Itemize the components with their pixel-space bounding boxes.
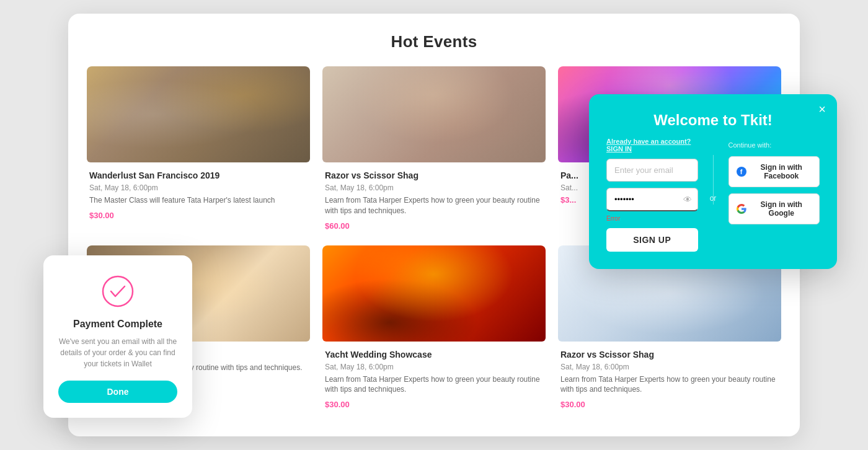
- signin-modal: × Welcome to Tkit! Already have an accou…: [589, 94, 837, 269]
- check-icon: [100, 274, 135, 309]
- google-button-label: Sign in with Google: [751, 200, 812, 218]
- signin-have-account: Already have an account? SIGN IN: [606, 138, 698, 152]
- payment-description: We've sent you an email with all the det…: [58, 336, 177, 369]
- signup-button[interactable]: SIGN UP: [606, 228, 698, 252]
- event-title-1: Wanderlust San Francisco 2019: [89, 170, 308, 181]
- event-card-5[interactable]: Yacht Wedding Showcase Sat, May 18, 6:00…: [322, 245, 546, 412]
- event-card-body-6: Razor vs Scissor Shag Sat, May 18, 6:00p…: [558, 342, 781, 412]
- signin-error: Error: [606, 215, 698, 222]
- event-card-2[interactable]: Razor vs Scissor Shag Sat, May 18, 6:00p…: [322, 66, 546, 233]
- or-text: or: [710, 194, 717, 203]
- payment-title: Payment Complete: [58, 319, 177, 330]
- eye-icon[interactable]: 👁: [683, 195, 692, 205]
- event-image-2: [322, 66, 546, 162]
- event-image-5: [322, 245, 546, 342]
- signin-body: Already have an account? SIGN IN 👁 Error…: [606, 138, 820, 252]
- facebook-icon: f: [737, 167, 746, 177]
- event-title-2: Razor vs Scissor Shag: [325, 170, 543, 181]
- signin-title: Welcome to Tkit!: [606, 112, 820, 129]
- event-desc-6: Learn from Tata Harper Experts how to gr…: [560, 374, 779, 395]
- event-card-body-5: Yacht Wedding Showcase Sat, May 18, 6:00…: [322, 342, 546, 412]
- event-price-1: $30.00: [89, 211, 308, 220]
- facebook-button-label: Sign in with Facebook: [751, 163, 812, 180]
- event-desc-2: Learn from Tata Harper Experts how to gr…: [325, 195, 543, 216]
- google-signin-button[interactable]: Sign in with Google: [728, 193, 820, 224]
- page-title: Hot Events: [87, 32, 781, 51]
- or-divider: or: [708, 138, 719, 205]
- event-desc-1: The Master Class will feature Tata Harpe…: [89, 195, 308, 206]
- facebook-signin-button[interactable]: f Sign in with Facebook: [728, 156, 820, 187]
- event-date-2: Sat, May 18, 6:00pm: [325, 183, 543, 192]
- event-date-1: Sat, May 18, 6:00pm: [89, 183, 308, 192]
- signin-social-section: Continue with: f Sign in with Facebook S…: [728, 138, 820, 231]
- event-card-body-2: Razor vs Scissor Shag Sat, May 18, 6:00p…: [322, 162, 546, 233]
- payment-done-button[interactable]: Done: [58, 381, 177, 403]
- event-card-body-1: Wanderlust San Francisco 2019 Sat, May 1…: [87, 162, 310, 223]
- payment-modal: Payment Complete We've sent you an email…: [43, 255, 192, 418]
- signin-form-section: Already have an account? SIGN IN 👁 Error…: [606, 138, 698, 252]
- password-wrap: 👁: [606, 188, 698, 211]
- event-price-2: $60.00: [325, 221, 543, 231]
- google-icon: [737, 204, 746, 214]
- event-card-1[interactable]: Wanderlust San Francisco 2019 Sat, May 1…: [87, 66, 310, 233]
- continue-with-label: Continue with:: [728, 141, 820, 149]
- event-price-6: $30.00: [560, 400, 779, 409]
- signin-link[interactable]: SIGN IN: [606, 145, 632, 152]
- event-image-1: [87, 66, 310, 162]
- event-title-5: Yacht Wedding Showcase: [325, 349, 543, 360]
- event-date-5: Sat, May 18, 6:00pm: [325, 363, 543, 371]
- event-price-5: $30.00: [325, 400, 543, 409]
- event-date-6: Sat, May 18, 6:00pm: [560, 363, 779, 371]
- event-card-6[interactable]: Razor vs Scissor Shag Sat, May 18, 6:00p…: [558, 245, 781, 412]
- event-title-6: Razor vs Scissor Shag: [560, 349, 779, 360]
- event-desc-5: Learn from Tata Harper Experts how to gr…: [325, 374, 543, 395]
- signin-close-button[interactable]: ×: [818, 103, 826, 115]
- email-input[interactable]: [606, 159, 698, 182]
- svg-point-0: [103, 276, 133, 306]
